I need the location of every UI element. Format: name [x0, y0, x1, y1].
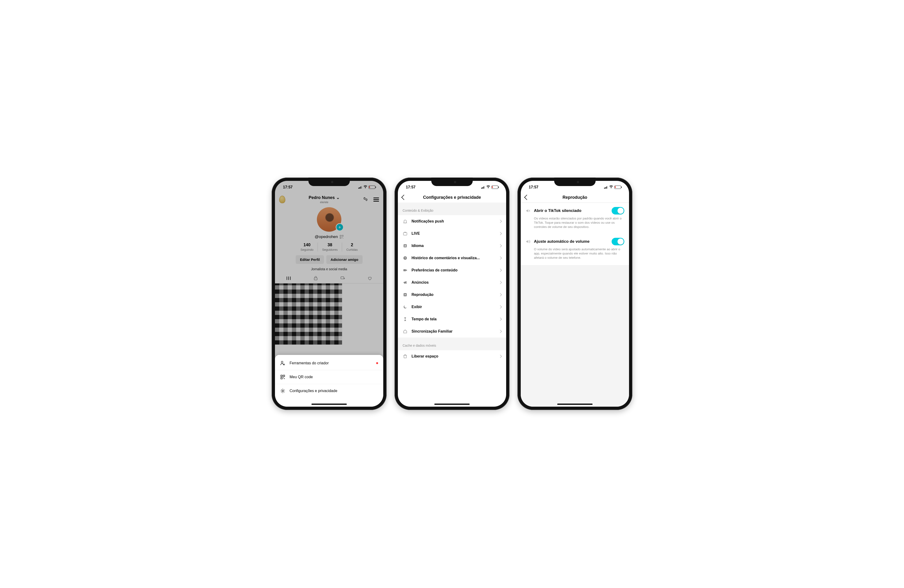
cellular-signal-icon: [358, 186, 362, 189]
row-live[interactable]: LIVE: [398, 227, 506, 240]
setting-auto-volume: Ajuste automático de volume O volume do …: [521, 233, 629, 261]
stat-following[interactable]: 140Seguindo: [296, 243, 318, 251]
sheet-item-label: Configurações e privacidade: [289, 389, 337, 393]
wifi-icon: [609, 186, 613, 189]
clock-icon: [403, 256, 408, 260]
svg-rect-4: [343, 238, 343, 238]
device-frame-1: 17:57 16 Pedro Nunes⌄ ele/ele + @opedroh: [272, 178, 387, 410]
row-ads[interactable]: Anúncios: [398, 276, 506, 288]
setting-title: Ajuste automático de volume: [534, 239, 608, 244]
setting-description: Os vídeos estarão silenciados por padrão…: [525, 216, 624, 229]
wifi-icon: [363, 186, 367, 189]
svg-rect-11: [283, 377, 284, 378]
video-thumbnail-blurred: [275, 284, 342, 345]
chevron-right-icon: [499, 281, 502, 284]
page-title: Reprodução: [521, 195, 629, 200]
svg-rect-14: [403, 233, 407, 235]
row-display[interactable]: Exibir: [398, 301, 506, 313]
event-egg-icon[interactable]: [279, 196, 285, 203]
gear-icon: [280, 388, 285, 394]
status-time: 17:57: [406, 185, 416, 189]
notification-dot: [376, 362, 378, 364]
chevron-right-icon: [499, 269, 502, 272]
svg-rect-1: [342, 235, 343, 236]
row-content-pref[interactable]: Preferências de conteúdo: [398, 264, 506, 276]
profile-bio: Jornalista e social media: [275, 267, 383, 271]
sheet-item-settings[interactable]: Configurações e privacidade: [275, 384, 383, 398]
row-family-sync[interactable]: Sincronização Familiar: [398, 325, 506, 337]
chevron-right-icon: [499, 317, 502, 321]
row-history[interactable]: Histórico de comentários e visualiza...: [398, 252, 506, 264]
home-indicator[interactable]: [311, 404, 347, 405]
chevron-down-icon[interactable]: ⌄: [336, 195, 340, 200]
hourglass-icon: [403, 317, 408, 322]
tab-private-icon[interactable]: [313, 276, 318, 281]
cellular-signal-icon: [604, 186, 608, 189]
stat-followers[interactable]: 38Seguidores: [318, 243, 342, 251]
home-indicator[interactable]: [557, 404, 593, 405]
toggle-mute-on-open[interactable]: [612, 207, 624, 214]
row-language[interactable]: A Idioma: [398, 240, 506, 252]
row-label: Liberar espaço: [411, 354, 495, 358]
battery-indicator: 16: [369, 186, 375, 189]
section-header-content: Conteúdo & Exibição: [398, 202, 506, 215]
bell-icon: [403, 219, 408, 224]
svg-rect-8: [281, 375, 282, 377]
person-star-icon: [280, 361, 285, 366]
svg-rect-0: [340, 235, 341, 236]
edit-profile-button[interactable]: Editar Perfil: [296, 255, 324, 264]
moon-icon: [403, 304, 408, 309]
chevron-right-icon: [499, 305, 502, 309]
section-header-cache: Cache e dados móveis: [398, 337, 506, 350]
chevron-right-icon: [499, 330, 502, 333]
chevron-right-icon: [499, 256, 502, 260]
sheet-item-creator-tools[interactable]: Ferramentas do criador: [275, 356, 383, 370]
svg-rect-2: [340, 237, 341, 238]
row-free-space[interactable]: Liberar espaço: [398, 350, 506, 363]
toggle-auto-volume[interactable]: [612, 238, 624, 245]
row-playback[interactable]: Reprodução: [398, 288, 506, 301]
row-label: Tempo de tela: [411, 317, 495, 321]
profile-display-name[interactable]: Pedro Nunes: [309, 195, 335, 200]
svg-rect-6: [341, 277, 344, 279]
qr-inline-icon[interactable]: [340, 235, 343, 239]
row-label: Reprodução: [411, 293, 495, 297]
row-push-notifications[interactable]: Notificações push: [398, 215, 506, 227]
svg-point-7: [281, 361, 283, 363]
tab-liked-icon[interactable]: [367, 276, 373, 281]
row-label: Sincronização Familiar: [411, 329, 495, 334]
trash-icon: [403, 354, 408, 359]
svg-rect-12: [284, 378, 285, 379]
home-icon: [403, 329, 408, 334]
profile-tabs: [275, 276, 383, 284]
hamburger-menu-icon[interactable]: [373, 197, 379, 202]
tab-grid-icon[interactable]: [286, 276, 291, 281]
profile-handle: @opedrohen: [315, 235, 338, 239]
chevron-right-icon: [499, 293, 502, 296]
stat-likes[interactable]: 2Curtidas: [342, 243, 362, 251]
svg-rect-10: [281, 377, 282, 379]
device-frame-3: 17:57 16 Reprodução Abrir o TikTok silen…: [517, 178, 632, 410]
svg-rect-18: [403, 269, 406, 271]
add-story-button[interactable]: +: [336, 223, 344, 231]
sheet-item-qr-code[interactable]: Meu QR code: [275, 370, 383, 384]
row-screentime[interactable]: Tempo de tela: [398, 313, 506, 325]
megaphone-icon: [403, 280, 408, 285]
svg-rect-3: [342, 237, 343, 238]
speaker-auto-icon: [525, 239, 531, 244]
chevron-right-icon: [499, 220, 502, 223]
add-friend-button[interactable]: Adicionar amigo: [326, 255, 362, 264]
home-indicator[interactable]: [435, 404, 469, 405]
sheet-item-label: Ferramentas do criador: [289, 361, 329, 365]
footprints-icon[interactable]: [363, 197, 368, 202]
speaker-muted-icon: [525, 208, 531, 213]
tab-repost-icon[interactable]: [340, 276, 345, 281]
cellular-signal-icon: [481, 186, 485, 189]
empty-area: [521, 265, 629, 407]
chevron-right-icon: [499, 355, 502, 358]
qr-icon: [280, 374, 285, 380]
tv-icon: [403, 231, 408, 236]
battery-indicator: 16: [492, 186, 498, 189]
nav-header: Reprodução: [521, 194, 629, 203]
setting-description: O volume do vídeo será ajustado automati…: [525, 247, 624, 260]
